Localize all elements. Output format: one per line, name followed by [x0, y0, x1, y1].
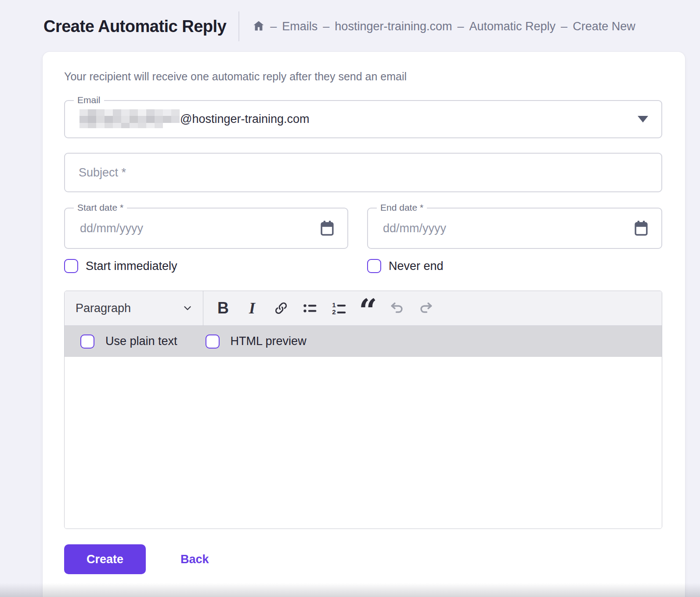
breadcrumb-separator: –: [323, 20, 329, 33]
date-options-row: Start immediately Never end: [64, 259, 662, 273]
blockquote-button[interactable]: “: [355, 295, 381, 321]
start-date-input[interactable]: [65, 209, 347, 248]
header-divider: [238, 11, 239, 41]
never-end-label[interactable]: Never end: [389, 259, 444, 273]
redo-icon: [418, 300, 434, 316]
use-plain-text-label[interactable]: Use plain text: [105, 334, 177, 348]
bulleted-list-icon: [302, 300, 318, 316]
email-domain-text: @hostinger-training.com: [180, 112, 310, 126]
never-end-checkbox[interactable]: [367, 259, 381, 273]
page-title: Create Automatic Reply: [43, 17, 226, 36]
editor-options-row: Use plain text HTML preview: [65, 326, 662, 357]
breadcrumb-item-create-new: Create New: [573, 20, 635, 33]
editor-toolbar: Paragraph B I: [65, 291, 662, 326]
breadcrumb-item-automatic-reply[interactable]: Automatic Reply: [469, 20, 556, 33]
email-select[interactable]: Email @hostinger-training.com: [64, 100, 662, 138]
html-preview-checkbox[interactable]: [206, 334, 220, 349]
italic-button[interactable]: I: [239, 295, 265, 321]
numbered-list-button[interactable]: 1 2: [326, 295, 352, 321]
breadcrumb: – Emails – hostinger-training.com – Auto…: [253, 20, 635, 33]
svg-text:2: 2: [332, 308, 336, 316]
page-header: Create Automatic Reply – Emails – hostin…: [0, 0, 700, 42]
email-selected-value: @hostinger-training.com: [65, 101, 661, 137]
chevron-down-icon: [182, 302, 193, 314]
html-preview-label[interactable]: HTML preview: [231, 334, 307, 348]
calendar-icon: [633, 220, 649, 237]
link-button[interactable]: [268, 295, 294, 321]
start-immediately-checkbox[interactable]: [64, 259, 78, 273]
end-date-calendar-button[interactable]: [632, 219, 650, 237]
end-date-label: End date *: [377, 202, 427, 213]
start-date-field[interactable]: Start date *: [64, 208, 348, 249]
paragraph-style-dropdown[interactable]: Paragraph: [76, 302, 193, 315]
breadcrumb-separator: –: [457, 20, 464, 33]
start-date-label: Start date *: [74, 202, 127, 213]
undo-icon: [389, 300, 405, 316]
home-icon[interactable]: [253, 21, 265, 32]
breadcrumb-item-emails[interactable]: Emails: [282, 20, 318, 33]
bold-icon: B: [217, 299, 229, 317]
paragraph-style-label: Paragraph: [76, 302, 131, 315]
subject-input[interactable]: [64, 153, 662, 192]
svg-text:1: 1: [332, 301, 336, 309]
never-end-option[interactable]: Never end: [367, 259, 444, 273]
undo-button[interactable]: [384, 295, 410, 321]
use-plain-text-option[interactable]: Use plain text: [80, 334, 177, 349]
form-card: Your recipient will receive one automati…: [43, 52, 685, 597]
back-link[interactable]: Back: [180, 553, 209, 566]
start-immediately-label[interactable]: Start immediately: [86, 259, 177, 273]
use-plain-text-checkbox[interactable]: [80, 334, 94, 349]
editor-content-area[interactable]: [65, 357, 662, 529]
select-caret-icon: [638, 116, 648, 122]
end-date-input[interactable]: [368, 209, 661, 248]
form-actions: Create Back: [64, 544, 662, 574]
reply-editor: Paragraph B I: [64, 291, 662, 529]
intro-text: Your recipient will receive one automati…: [64, 70, 662, 83]
breadcrumb-separator: –: [561, 20, 567, 33]
redo-button[interactable]: [413, 295, 439, 321]
breadcrumb-separator: –: [270, 20, 277, 33]
toolbar-divider: [203, 291, 203, 326]
start-date-calendar-button[interactable]: [318, 219, 336, 237]
start-immediately-option[interactable]: Start immediately: [64, 259, 367, 273]
create-button[interactable]: Create: [64, 544, 146, 574]
breadcrumb-item-domain[interactable]: hostinger-training.com: [335, 20, 452, 33]
bold-button[interactable]: B: [210, 295, 236, 321]
email-label: Email: [74, 95, 104, 105]
link-icon: [274, 301, 289, 316]
end-date-field[interactable]: End date *: [367, 208, 662, 249]
calendar-icon: [319, 220, 335, 237]
blockquote-icon: “: [359, 306, 377, 321]
dates-row: Start date * End date *: [64, 208, 662, 249]
bulleted-list-button[interactable]: [297, 295, 323, 321]
italic-icon: I: [249, 299, 255, 317]
html-preview-option[interactable]: HTML preview: [206, 334, 307, 349]
redacted-email-prefix: [79, 108, 180, 130]
numbered-list-icon: 1 2: [331, 300, 347, 316]
